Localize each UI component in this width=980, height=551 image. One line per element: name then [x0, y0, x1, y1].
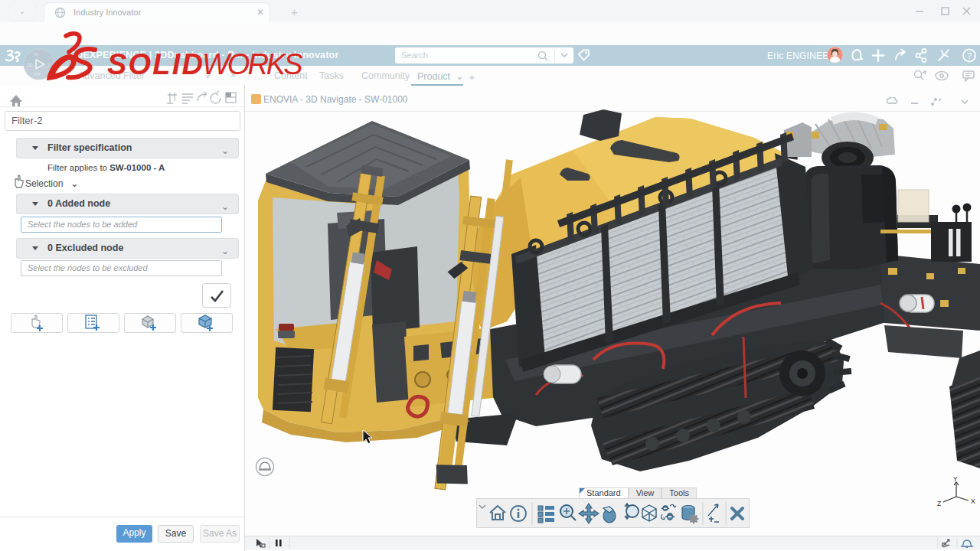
svg-text:WORKS: WORKS: [202, 48, 302, 80]
svg-text:Yr: Yr: [34, 52, 38, 57]
svg-text:Y: Y: [953, 475, 958, 483]
svg-text:Z: Z: [937, 500, 941, 507]
svg-text:3D: 3D: [27, 63, 33, 67]
svg-text:X: X: [971, 497, 975, 505]
svg-text:SOLID: SOLID: [107, 48, 204, 80]
svg-text:V,R: V,R: [34, 72, 41, 77]
